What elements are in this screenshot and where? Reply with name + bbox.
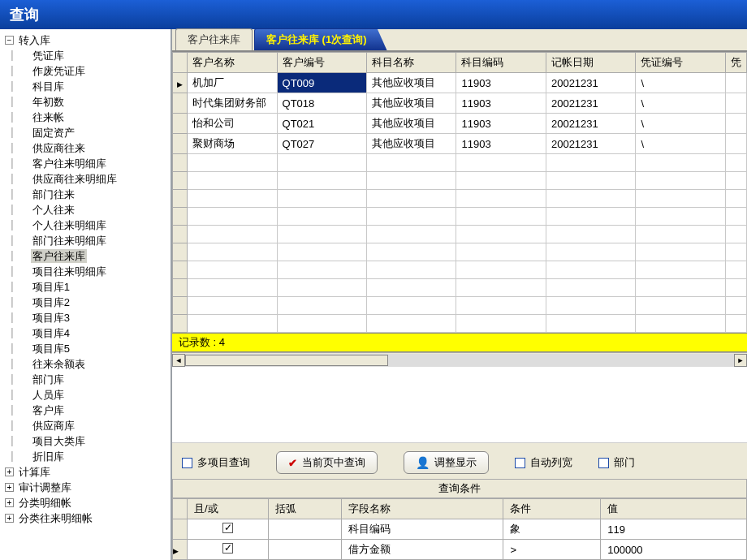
cond-col-4[interactable]: 值 (601, 499, 747, 519)
cond-col-2[interactable]: 字段名称 (341, 499, 503, 519)
tree-item-16[interactable]: │ 项目库2 (2, 295, 169, 310)
cond-op[interactable]: > (503, 540, 601, 560)
cell[interactable]: \ (636, 93, 725, 114)
cell[interactable]: 其他应收项目 (367, 73, 456, 93)
horizontal-scrollbar[interactable]: ◄ ► (172, 352, 747, 367)
cell[interactable]: \ (636, 134, 725, 154)
tree-sibling-3[interactable]: +分类往来明细帐 (2, 510, 169, 526)
col-header-5[interactable]: 凭证编号 (636, 53, 725, 73)
cell[interactable]: 20021231 (546, 93, 635, 114)
cell[interactable]: 其他应收项目 (367, 93, 456, 114)
tree-item-15[interactable]: │ 项目库1 (2, 279, 169, 295)
cell[interactable] (725, 114, 746, 134)
cell[interactable] (725, 134, 746, 154)
tree-sibling-2[interactable]: +分类明细帐 (2, 495, 169, 510)
tree-item-5[interactable]: │ 固定资产 (2, 125, 169, 140)
tree-item-2[interactable]: │ 科目库 (2, 79, 169, 94)
cond-field[interactable]: 借方金额 (341, 540, 503, 560)
cell[interactable]: 其他应收项目 (367, 114, 456, 134)
col-header-0[interactable]: 客户名称 (188, 53, 277, 73)
cell[interactable]: \ (636, 73, 725, 93)
tree-item-7[interactable]: │ 客户往来明细库 (2, 156, 169, 171)
cell[interactable]: QT027 (277, 134, 366, 154)
cell[interactable]: 11903 (456, 93, 546, 114)
cond-field[interactable]: 科目编码 (341, 519, 503, 540)
condition-row[interactable]: 科目编码象119 (173, 519, 747, 540)
tree-item-11[interactable]: │ 个人往来明细库 (2, 218, 169, 233)
navigation-tree[interactable]: −转入库 │ 凭证库 │ 作废凭证库 │ 科目库 │ 年初数 │ 往来帐 │ 固… (0, 29, 172, 560)
tree-item-26[interactable]: │ 折旧库 (2, 449, 169, 464)
tree-item-10[interactable]: │ 个人往来 (2, 202, 169, 218)
dept-checkbox[interactable]: 部门 (598, 455, 635, 470)
tree-root[interactable]: −转入库 (2, 32, 169, 48)
tree-item-4[interactable]: │ 往来帐 (2, 110, 169, 125)
cell[interactable]: QT018 (277, 93, 366, 114)
scroll-right-button[interactable]: ► (734, 354, 747, 367)
expand-icon[interactable]: + (5, 514, 14, 523)
tree-item-19[interactable]: │ 项目库5 (2, 341, 169, 356)
cell[interactable]: 11903 (456, 114, 546, 134)
cond-col-0[interactable]: 且/或 (188, 499, 269, 519)
tree-item-23[interactable]: │ 客户库 (2, 403, 169, 418)
tree-item-21[interactable]: │ 部门库 (2, 372, 169, 387)
tree-item-9[interactable]: │ 部门往来 (2, 187, 169, 202)
tree-item-6[interactable]: │ 供应商往来 (2, 140, 169, 156)
cell[interactable]: 11903 (456, 134, 546, 154)
cond-col-3[interactable]: 条件 (503, 499, 601, 519)
data-grid[interactable]: 客户名称客户编号科目名称科目编码记帐日期凭证编号凭机加厂QT009其他应收项目1… (172, 52, 747, 333)
tree-sibling-0[interactable]: +计算库 (2, 464, 169, 480)
tree-item-22[interactable]: │ 人员库 (2, 387, 169, 403)
multi-query-checkbox[interactable]: 多项目查询 (182, 455, 250, 470)
table-row[interactable]: 聚财商场QT027其他应收项目1190320021231\ (173, 134, 747, 154)
cond-bracket[interactable] (268, 519, 341, 540)
cell[interactable]: \ (636, 114, 725, 134)
cell[interactable]: 其他应收项目 (367, 134, 456, 154)
table-row[interactable]: 机加厂QT009其他应收项目1190320021231\ (173, 73, 747, 93)
table-row[interactable]: 时代集团财务部QT018其他应收项目1190320021231\ (173, 93, 747, 114)
search-in-page-button[interactable]: ✔ 当前页中查询 (276, 451, 378, 474)
cell[interactable]: 20021231 (546, 73, 635, 93)
cond-value[interactable]: 100000 (601, 540, 747, 560)
tab-0[interactable]: 客户往来库 (175, 28, 253, 50)
col-header-1[interactable]: 客户编号 (277, 53, 366, 73)
scroll-thumb[interactable] (185, 355, 388, 366)
cell[interactable]: 怡和公司 (188, 114, 277, 134)
tree-item-13[interactable]: │ 客户往来库 (2, 248, 169, 264)
col-header-3[interactable]: 科目编码 (456, 53, 546, 73)
col-header-4[interactable]: 记帐日期 (546, 53, 635, 73)
cond-col-1[interactable]: 括弧 (268, 499, 341, 519)
cell[interactable]: QT009 (277, 73, 366, 93)
collapse-icon[interactable]: − (5, 36, 14, 45)
cell[interactable]: 时代集团财务部 (188, 93, 277, 114)
expand-icon[interactable]: + (5, 483, 14, 492)
tree-item-18[interactable]: │ 项目库4 (2, 325, 169, 341)
tree-item-8[interactable]: │ 供应商往来明细库 (2, 171, 169, 187)
adjust-display-button[interactable]: 👤 调整显示 (404, 451, 489, 474)
cell[interactable]: 20021231 (546, 114, 635, 134)
tree-item-24[interactable]: │ 供应商库 (2, 418, 169, 433)
conditions-grid[interactable]: 且/或括弧字段名称条件值科目编码象119借方金额>100000 (172, 498, 747, 560)
tree-item-17[interactable]: │ 项目库3 (2, 310, 169, 325)
expand-icon[interactable]: + (5, 467, 14, 476)
tree-item-0[interactable]: │ 凭证库 (2, 48, 169, 63)
checkbox-checked-icon[interactable] (222, 543, 233, 554)
tree-item-1[interactable]: │ 作废凭证库 (2, 63, 169, 79)
cell[interactable] (725, 73, 746, 93)
tree-item-20[interactable]: │ 往来余额表 (2, 356, 169, 372)
checkbox-checked-icon[interactable] (222, 523, 233, 533)
cell[interactable] (725, 93, 746, 114)
tree-item-25[interactable]: │ 项目大类库 (2, 433, 169, 449)
expand-icon[interactable]: + (5, 498, 14, 507)
scroll-left-button[interactable]: ◄ (172, 354, 185, 367)
cell[interactable]: 20021231 (546, 134, 635, 154)
tree-item-3[interactable]: │ 年初数 (2, 94, 169, 110)
col-header-6[interactable]: 凭 (725, 53, 746, 73)
tree-item-12[interactable]: │ 部门往来明细库 (2, 233, 169, 248)
cond-op[interactable]: 象 (503, 519, 601, 540)
col-header-2[interactable]: 科目名称 (367, 53, 456, 73)
cond-andor[interactable] (188, 540, 269, 560)
cell[interactable]: 11903 (456, 73, 546, 93)
cond-bracket[interactable] (268, 540, 341, 560)
cond-andor[interactable] (188, 519, 269, 540)
table-row[interactable]: 怡和公司QT021其他应收项目1190320021231\ (173, 114, 747, 134)
